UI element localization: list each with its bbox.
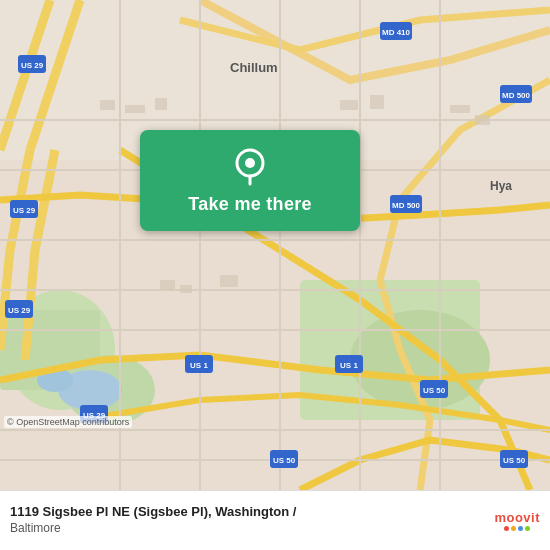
svg-text:US 50: US 50 [423,386,446,395]
svg-text:MD 500: MD 500 [502,91,531,100]
svg-text:US 50: US 50 [503,456,526,465]
svg-rect-50 [125,105,145,113]
take-me-there-label: Take me there [188,194,312,215]
svg-text:US 29: US 29 [8,306,31,315]
svg-rect-49 [100,100,115,110]
map-container: US 29 US 29 US 29 MD 410 MD 500 MD 500 U… [0,0,550,490]
location-pin-icon [231,148,269,186]
svg-rect-53 [370,95,384,109]
moovit-dot-2 [511,526,516,531]
address-block: 1119 Sigsbee Pl NE (Sigsbee Pl), Washing… [10,504,486,536]
address-sub: Baltimore [10,521,486,537]
svg-text:Chillum: Chillum [230,60,278,75]
moovit-dot-3 [518,526,523,531]
bottom-bar: 1119 Sigsbee Pl NE (Sigsbee Pl), Washing… [0,490,550,550]
svg-rect-52 [340,100,358,110]
svg-text:MD 410: MD 410 [382,28,411,37]
svg-rect-54 [450,105,470,113]
svg-text:MD 500: MD 500 [392,201,421,210]
svg-rect-57 [180,285,192,293]
moovit-logo: moovit [494,511,540,531]
svg-text:US 50: US 50 [273,456,296,465]
svg-text:Hya: Hya [490,179,512,193]
svg-text:US 29: US 29 [13,206,36,215]
moovit-dot-1 [504,526,509,531]
svg-rect-51 [155,98,167,110]
take-me-there-button[interactable]: Take me there [140,130,360,231]
svg-text:US 1: US 1 [190,361,208,370]
map-copyright: © OpenStreetMap contributors [4,416,132,428]
svg-rect-56 [160,280,175,290]
svg-rect-55 [475,115,490,125]
moovit-text: moovit [494,511,540,524]
svg-point-60 [245,158,255,168]
moovit-dots [504,526,530,531]
address-main: 1119 Sigsbee Pl NE (Sigsbee Pl), Washing… [10,504,486,521]
svg-rect-58 [220,275,238,287]
svg-text:US 1: US 1 [340,361,358,370]
moovit-dot-4 [525,526,530,531]
svg-text:US 29: US 29 [21,61,44,70]
